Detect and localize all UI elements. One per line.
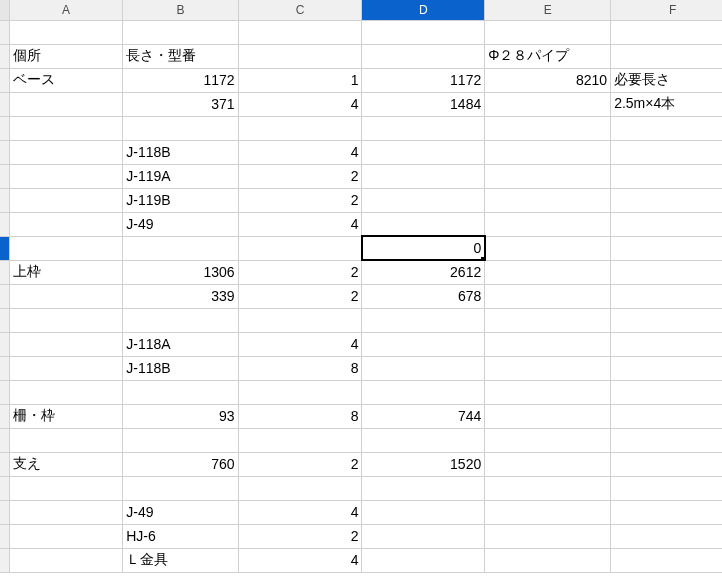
cell-F17[interactable] bbox=[611, 404, 722, 428]
cell-A20[interactable] bbox=[9, 476, 122, 500]
cell-C4[interactable]: 4 bbox=[238, 92, 362, 116]
cell-C1[interactable] bbox=[238, 20, 362, 44]
cell-A15[interactable] bbox=[9, 356, 122, 380]
col-header-D[interactable]: D bbox=[362, 0, 485, 20]
cell-C5[interactable] bbox=[238, 116, 362, 140]
cell-D19[interactable]: 1520 bbox=[362, 452, 485, 476]
cell-F23[interactable] bbox=[611, 548, 722, 572]
row-header-19[interactable] bbox=[0, 452, 9, 476]
cell-E19[interactable] bbox=[485, 452, 611, 476]
cell-D15[interactable] bbox=[362, 356, 485, 380]
cell-E20[interactable] bbox=[485, 476, 611, 500]
cell-C2[interactable] bbox=[238, 44, 362, 68]
cell-D10[interactable]: 0 bbox=[362, 236, 485, 260]
col-header-E[interactable]: E bbox=[485, 0, 611, 20]
cell-A17[interactable]: 柵・枠 bbox=[9, 404, 122, 428]
cell-C7[interactable]: 2 bbox=[238, 164, 362, 188]
cell-E22[interactable] bbox=[485, 524, 611, 548]
cell-F1[interactable] bbox=[611, 20, 722, 44]
cell-C22[interactable]: 2 bbox=[238, 524, 362, 548]
row-header-22[interactable] bbox=[0, 524, 9, 548]
cell-C21[interactable]: 4 bbox=[238, 500, 362, 524]
row-header-7[interactable] bbox=[0, 164, 9, 188]
cell-B6[interactable]: J-118B bbox=[123, 140, 238, 164]
row-header-9[interactable] bbox=[0, 212, 9, 236]
cell-D13[interactable] bbox=[362, 308, 485, 332]
cell-F3[interactable]: 必要長さ bbox=[611, 68, 722, 92]
cell-A19[interactable]: 支え bbox=[9, 452, 122, 476]
cell-F11[interactable] bbox=[611, 260, 722, 284]
cell-F16[interactable] bbox=[611, 380, 722, 404]
cell-C15[interactable]: 8 bbox=[238, 356, 362, 380]
cell-E8[interactable] bbox=[485, 188, 611, 212]
cell-C23[interactable]: 4 bbox=[238, 548, 362, 572]
cell-A6[interactable] bbox=[9, 140, 122, 164]
cell-C11[interactable]: 2 bbox=[238, 260, 362, 284]
cell-F6[interactable] bbox=[611, 140, 722, 164]
cell-F12[interactable] bbox=[611, 284, 722, 308]
cell-B11[interactable]: 1306 bbox=[123, 260, 238, 284]
cell-E13[interactable] bbox=[485, 308, 611, 332]
spreadsheet-grid[interactable]: ABCDEF 個所長さ・型番Φ２８パイプベース1172111728210必要長さ… bbox=[0, 0, 722, 579]
cell-D12[interactable]: 678 bbox=[362, 284, 485, 308]
row-header-5[interactable] bbox=[0, 116, 9, 140]
row-header-15[interactable] bbox=[0, 356, 9, 380]
cell-E23[interactable] bbox=[485, 548, 611, 572]
cell-A9[interactable] bbox=[9, 212, 122, 236]
cell-D6[interactable] bbox=[362, 140, 485, 164]
cell-F7[interactable] bbox=[611, 164, 722, 188]
cell-B4[interactable]: 371 bbox=[123, 92, 238, 116]
cell-B18[interactable] bbox=[123, 428, 238, 452]
cell-A2[interactable]: 個所 bbox=[9, 44, 122, 68]
row-header-12[interactable] bbox=[0, 284, 9, 308]
cell-C10[interactable] bbox=[238, 236, 362, 260]
cell-E17[interactable] bbox=[485, 404, 611, 428]
cell-F22[interactable] bbox=[611, 524, 722, 548]
cell-A21[interactable] bbox=[9, 500, 122, 524]
cell-E5[interactable] bbox=[485, 116, 611, 140]
cell-D20[interactable] bbox=[362, 476, 485, 500]
cell-F5[interactable] bbox=[611, 116, 722, 140]
cell-F9[interactable] bbox=[611, 212, 722, 236]
cell-B14[interactable]: J-118A bbox=[123, 332, 238, 356]
cell-D8[interactable] bbox=[362, 188, 485, 212]
col-header-F[interactable]: F bbox=[611, 0, 722, 20]
cell-F8[interactable] bbox=[611, 188, 722, 212]
cell-F20[interactable] bbox=[611, 476, 722, 500]
cell-D2[interactable] bbox=[362, 44, 485, 68]
cell-A12[interactable] bbox=[9, 284, 122, 308]
cell-B7[interactable]: J-119A bbox=[123, 164, 238, 188]
cell-A7[interactable] bbox=[9, 164, 122, 188]
cell-D7[interactable] bbox=[362, 164, 485, 188]
cell-C8[interactable]: 2 bbox=[238, 188, 362, 212]
cell-A13[interactable] bbox=[9, 308, 122, 332]
cell-B17[interactable]: 93 bbox=[123, 404, 238, 428]
cell-C12[interactable]: 2 bbox=[238, 284, 362, 308]
cell-B22[interactable]: HJ-6 bbox=[123, 524, 238, 548]
cell-C3[interactable]: 1 bbox=[238, 68, 362, 92]
cell-C9[interactable]: 4 bbox=[238, 212, 362, 236]
cell-A3[interactable]: ベース bbox=[9, 68, 122, 92]
row-header-14[interactable] bbox=[0, 332, 9, 356]
row-header-1[interactable] bbox=[0, 20, 9, 44]
cell-E14[interactable] bbox=[485, 332, 611, 356]
cell-D1[interactable] bbox=[362, 20, 485, 44]
row-header-3[interactable] bbox=[0, 68, 9, 92]
cell-C16[interactable] bbox=[238, 380, 362, 404]
row-header-2[interactable] bbox=[0, 44, 9, 68]
row-header-11[interactable] bbox=[0, 260, 9, 284]
cell-D18[interactable] bbox=[362, 428, 485, 452]
row-header-6[interactable] bbox=[0, 140, 9, 164]
row-header-4[interactable] bbox=[0, 92, 9, 116]
cell-A16[interactable] bbox=[9, 380, 122, 404]
cell-E6[interactable] bbox=[485, 140, 611, 164]
cell-E11[interactable] bbox=[485, 260, 611, 284]
cell-D17[interactable]: 744 bbox=[362, 404, 485, 428]
cell-B16[interactable] bbox=[123, 380, 238, 404]
cell-F13[interactable] bbox=[611, 308, 722, 332]
cell-C14[interactable]: 4 bbox=[238, 332, 362, 356]
cell-F4[interactable]: 2.5m×4本 bbox=[611, 92, 722, 116]
cell-E18[interactable] bbox=[485, 428, 611, 452]
cell-D3[interactable]: 1172 bbox=[362, 68, 485, 92]
cell-E1[interactable] bbox=[485, 20, 611, 44]
